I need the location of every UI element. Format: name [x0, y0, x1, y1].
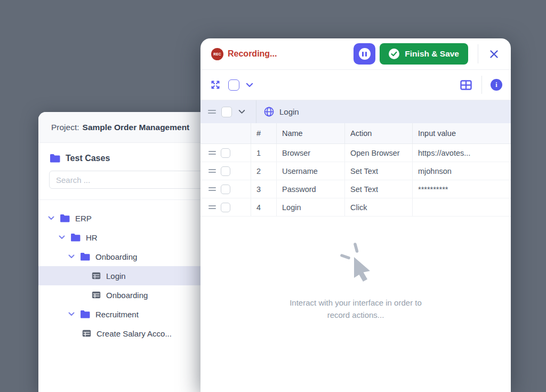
test-cases-title: Test Cases — [66, 154, 110, 163]
project-label: Project: — [51, 123, 79, 132]
close-button[interactable] — [488, 48, 500, 60]
step-num: 1 — [251, 144, 276, 162]
step-input: mjohnson — [412, 162, 511, 180]
tree-item-label: Recruitment — [95, 310, 139, 319]
finish-save-button[interactable]: Finish & Save — [380, 43, 468, 65]
recorder-topbar: REC Recording... Finish & Save — [200, 38, 511, 70]
empty-state-message: Interact with your interface in order to… — [290, 297, 422, 321]
table-grid-icon — [460, 80, 472, 90]
step-action: Click — [344, 198, 412, 216]
step-name: Login — [276, 198, 344, 216]
group-label: Login — [279, 107, 299, 116]
divider — [256, 100, 256, 123]
step-input: ********** — [412, 180, 511, 198]
empty-state-line2: record actions... — [290, 309, 422, 321]
drag-handle-icon[interactable] — [208, 110, 216, 114]
info-icon: i — [495, 81, 497, 89]
cursor-click-icon — [335, 241, 376, 284]
step-action: Set Text — [344, 180, 412, 198]
test-case-icon — [82, 330, 91, 337]
finish-save-label: Finish & Save — [405, 49, 459, 59]
project-name: Sample Order Management — [83, 123, 190, 132]
drag-handle-icon[interactable] — [208, 205, 216, 210]
header-cell-name: Name — [276, 123, 344, 143]
recorder-window: REC Recording... Finish & Save — [200, 38, 511, 392]
chevron-down-icon[interactable] — [68, 312, 75, 316]
tree-item-label: Onboarding — [106, 291, 148, 300]
test-case-icon — [92, 291, 101, 299]
step-action: Set Text — [344, 162, 412, 180]
folder-icon — [81, 253, 90, 261]
check-circle-icon — [389, 49, 399, 59]
row-checkbox[interactable] — [221, 203, 230, 212]
table-row[interactable]: 2 Username Set Text mjohnson — [200, 162, 511, 180]
select-all-checkbox[interactable] — [228, 79, 239, 91]
tree-item-label: ERP — [75, 214, 92, 223]
header-cell-num: # — [251, 123, 276, 143]
drag-handle-icon[interactable] — [208, 151, 216, 155]
steps-table-header: # Name Action Input value — [200, 123, 511, 144]
folder-icon — [71, 234, 81, 242]
header-cell-action: Action — [344, 123, 412, 143]
test-case-icon — [92, 272, 101, 279]
test-step-group-row[interactable]: Login — [200, 100, 511, 123]
step-name: Browser — [276, 144, 344, 162]
table-row[interactable]: 1 Browser Open Browser https://avotes... — [200, 144, 511, 162]
chevron-down-icon[interactable] — [238, 109, 245, 114]
tree-item-label: Create Salary Acco... — [97, 329, 172, 338]
tree-item-label: Onboarding — [95, 252, 137, 261]
step-num: 3 — [251, 180, 276, 198]
expand-arrows-icon — [210, 79, 221, 90]
search-input[interactable] — [49, 171, 221, 189]
row-checkbox[interactable] — [221, 166, 230, 176]
recording-status: Recording... — [228, 49, 277, 59]
table-row[interactable]: 3 Password Set Text ********** — [200, 180, 511, 198]
drag-handle-icon[interactable] — [208, 187, 216, 191]
step-input — [412, 198, 511, 216]
step-name: Username — [276, 162, 344, 180]
tree-item-label: Login — [106, 271, 126, 281]
rec-badge: REC — [211, 48, 223, 60]
row-checkbox[interactable] — [221, 185, 230, 194]
pause-icon — [359, 48, 371, 60]
header-cell-input: Input value — [412, 123, 511, 143]
globe-icon — [264, 107, 274, 117]
empty-state-line1: Interact with your interface in order to — [290, 297, 422, 309]
step-num: 4 — [251, 198, 276, 216]
chevron-down-icon[interactable] — [59, 235, 66, 239]
chevron-down-icon[interactable] — [48, 216, 55, 220]
header-cell-handle — [200, 123, 251, 143]
step-action: Open Browser — [344, 144, 412, 162]
divider — [481, 76, 482, 94]
test-cases-heading: Test Cases — [49, 151, 221, 163]
recorder-toolbar: i — [200, 70, 511, 100]
info-button[interactable]: i — [491, 79, 502, 91]
chevron-down-icon[interactable] — [246, 83, 253, 87]
table-row[interactable]: 4 Login Click — [200, 198, 511, 217]
table-view-button[interactable] — [459, 79, 473, 91]
row-checkbox[interactable] — [221, 148, 230, 158]
pause-button[interactable] — [354, 43, 375, 65]
folder-icon — [50, 154, 60, 163]
close-icon — [489, 49, 499, 59]
step-num: 2 — [251, 162, 276, 180]
empty-state: Interact with your interface in order to… — [200, 217, 511, 392]
drag-handle-icon[interactable] — [208, 169, 216, 173]
step-name: Password — [276, 180, 344, 198]
folder-icon — [60, 214, 70, 222]
desktop-background: { "colors": { "background": "#636b77", "… — [0, 0, 546, 392]
folder-icon — [81, 310, 90, 318]
divider — [478, 44, 478, 63]
chevron-down-icon[interactable] — [68, 254, 75, 259]
expand-button[interactable] — [209, 78, 222, 91]
step-input: https://avotes... — [412, 144, 511, 162]
group-checkbox[interactable] — [221, 107, 232, 117]
tree-item-label: HR — [86, 233, 98, 242]
